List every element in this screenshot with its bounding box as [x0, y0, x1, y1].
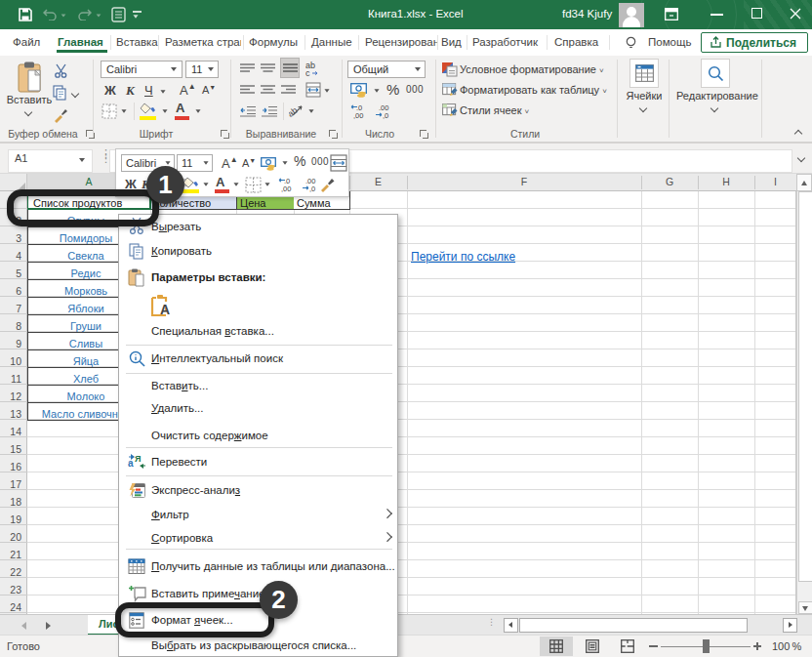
svg-text:a: a [128, 458, 134, 469]
svg-text:,00: ,00 [353, 111, 363, 119]
svg-text:,00: ,00 [281, 185, 291, 192]
svg-text:,0: ,0 [309, 185, 315, 192]
svg-text:A: A [160, 302, 170, 317]
svg-text:c: c [305, 68, 310, 76]
svg-text:ab: ab [289, 105, 300, 118]
svg-text:Я: Я [135, 454, 141, 464]
svg-text:,0: ,0 [383, 111, 388, 119]
